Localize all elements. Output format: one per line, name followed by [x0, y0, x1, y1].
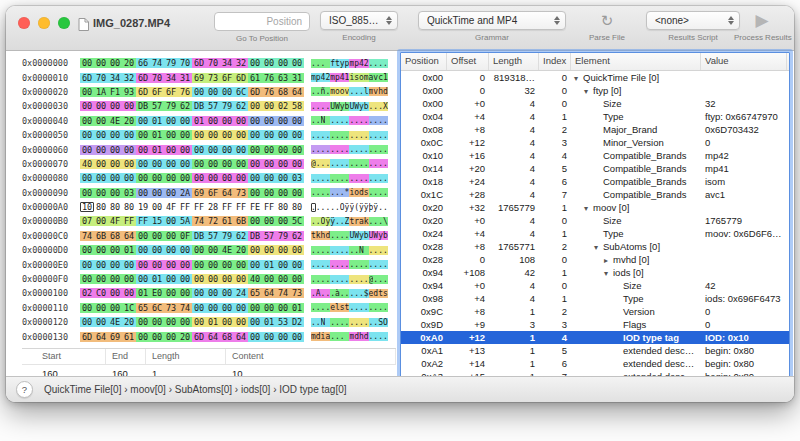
hex-byte[interactable]: 73: [206, 73, 220, 83]
hex-byte[interactable]: 00: [94, 145, 108, 155]
results-row[interactable]: 0x08+842Major_Brand0x6D703432: [401, 123, 789, 136]
hex-byte[interactable]: 00: [206, 260, 220, 270]
hex-byte[interactable]: 64: [262, 288, 276, 298]
hex-byte[interactable]: 00: [220, 317, 234, 327]
ascii-char[interactable]: s: [383, 289, 388, 298]
hex-byte[interactable]: 00: [192, 274, 206, 284]
hex-byte[interactable]: 00: [276, 332, 290, 342]
hex-byte[interactable]: 6F: [164, 87, 178, 97]
results-row[interactable]: 0xA1+1315extended descriptor type tagbeg…: [401, 344, 789, 357]
hex-byte[interactable]: 00: [94, 260, 108, 270]
hex-byte[interactable]: 6F: [206, 188, 220, 198]
hex-byte[interactable]: FF: [122, 216, 136, 226]
hex-byte[interactable]: 00: [234, 145, 248, 155]
hex-byte[interactable]: 32: [234, 58, 248, 68]
hex-byte[interactable]: 00: [122, 101, 136, 111]
hex-byte[interactable]: 70: [94, 73, 108, 83]
hex-byte[interactable]: 00: [94, 130, 108, 140]
hex-byte[interactable]: 00: [290, 130, 304, 140]
hex-byte[interactable]: 00: [206, 130, 220, 140]
hex-byte[interactable]: 20: [234, 245, 248, 255]
results-column-header[interactable]: Length: [489, 53, 539, 70]
hex-byte[interactable]: 65: [136, 303, 150, 313]
hex-byte[interactable]: 6D: [80, 73, 94, 83]
hex-byte[interactable]: 01: [206, 317, 220, 327]
hex-byte[interactable]: 00: [178, 288, 192, 298]
hex-byte[interactable]: 00: [248, 332, 262, 342]
hex-byte[interactable]: F1: [108, 87, 122, 97]
ascii-char[interactable]: .: [383, 260, 388, 269]
hex-byte[interactable]: 00: [136, 188, 150, 198]
ascii-char[interactable]: Ò: [383, 318, 388, 327]
hex-byte[interactable]: 00: [192, 303, 206, 313]
position-input[interactable]: [214, 12, 310, 31]
hex-byte[interactable]: 61: [122, 332, 136, 342]
hex-byte[interactable]: 80: [276, 202, 290, 212]
hex-byte[interactable]: 00: [122, 288, 136, 298]
hex-byte[interactable]: 00: [276, 58, 290, 68]
hex-byte[interactable]: 00: [262, 332, 276, 342]
results-row[interactable]: 0xA0+1214IOD type tagIOD: 0x10: [401, 331, 789, 344]
hex-byte[interactable]: 4F: [164, 202, 178, 212]
hex-byte[interactable]: FF: [178, 202, 192, 212]
hex-byte[interactable]: 00: [276, 130, 290, 140]
disclosure-open-icon[interactable]: ▾: [574, 72, 583, 84]
hex-byte[interactable]: 01: [150, 116, 164, 126]
hex-byte[interactable]: 00: [192, 245, 206, 255]
hex-byte[interactable]: 6D: [192, 58, 206, 68]
hex-byte[interactable]: 00: [192, 159, 206, 169]
hex-byte[interactable]: 00: [164, 145, 178, 155]
hex-byte[interactable]: 00: [136, 116, 150, 126]
hex-byte[interactable]: 20: [122, 116, 136, 126]
hex-byte[interactable]: 00: [248, 116, 262, 126]
hex-byte[interactable]: 00: [164, 216, 178, 226]
ascii-char[interactable]: .: [383, 59, 388, 68]
hex-byte[interactable]: 00: [164, 173, 178, 183]
hex-byte[interactable]: 00: [220, 159, 234, 169]
results-column-header[interactable]: Index: [539, 53, 571, 70]
hex-byte[interactable]: 80: [122, 202, 136, 212]
hex-byte[interactable]: 00: [164, 245, 178, 255]
hex-byte[interactable]: 00: [276, 159, 290, 169]
hex-byte[interactable]: 00: [150, 332, 164, 342]
hex-byte[interactable]: 00: [94, 216, 108, 226]
hex-byte[interactable]: 00: [80, 317, 94, 327]
hex-byte[interactable]: 6D: [192, 332, 206, 342]
results-row[interactable]: 0xA2+1416extended descriptor type tagbeg…: [401, 357, 789, 370]
disclosure-closed-icon[interactable]: ▸: [604, 254, 613, 266]
hex-byte[interactable]: 00: [248, 58, 262, 68]
hex-byte[interactable]: 00: [192, 260, 206, 270]
results-row[interactable]: 0x24+441Typemoov: 0x6D6F6F76: [401, 227, 789, 240]
hex-byte[interactable]: 00: [234, 260, 248, 270]
hex-byte[interactable]: 00: [136, 332, 150, 342]
hex-byte[interactable]: 00: [94, 173, 108, 183]
hex-byte[interactable]: 00: [108, 245, 122, 255]
hex-byte[interactable]: 00: [234, 173, 248, 183]
hex-byte[interactable]: 00: [80, 303, 94, 313]
hex-byte[interactable]: 00: [80, 116, 94, 126]
hex-byte[interactable]: 00: [248, 260, 262, 270]
hex-byte[interactable]: 00: [136, 130, 150, 140]
hex-byte[interactable]: 00: [248, 303, 262, 313]
hex-byte[interactable]: FF: [234, 202, 248, 212]
hex-byte[interactable]: 00: [206, 116, 220, 126]
hex-byte[interactable]: 62: [290, 231, 304, 241]
hex-byte[interactable]: 00: [80, 274, 94, 284]
hex-byte[interactable]: 00: [80, 87, 94, 97]
results-row[interactable]: 0x94+108421▾iods [0]: [401, 266, 789, 279]
hex-byte[interactable]: 00: [80, 130, 94, 140]
hex-byte[interactable]: 00: [220, 145, 234, 155]
disclosure-open-icon[interactable]: ▾: [584, 85, 593, 97]
hex-byte[interactable]: 00: [192, 130, 206, 140]
hex-byte[interactable]: 00: [150, 231, 164, 241]
hex-byte[interactable]: 00: [248, 173, 262, 183]
results-column-header[interactable]: Value: [701, 53, 787, 70]
hex-byte[interactable]: 00: [220, 274, 234, 284]
hex-byte[interactable]: 00: [136, 260, 150, 270]
hex-byte[interactable]: 19: [136, 202, 150, 212]
hex-byte[interactable]: 03: [290, 173, 304, 183]
hex-byte[interactable]: 00: [150, 317, 164, 327]
hex-byte[interactable]: 00: [164, 260, 178, 270]
hex-byte[interactable]: 00: [206, 145, 220, 155]
hex-byte[interactable]: 40: [80, 159, 94, 169]
